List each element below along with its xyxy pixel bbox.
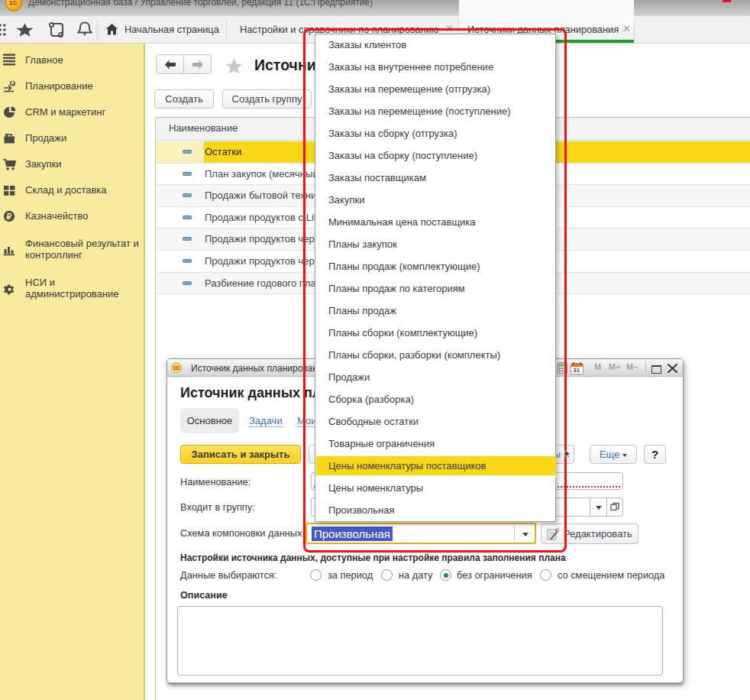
svg-text:31: 31 [574, 367, 580, 374]
svg-text:1С: 1С [173, 365, 180, 371]
svg-text:₽: ₽ [11, 80, 15, 86]
svg-text:₽: ₽ [7, 212, 12, 221]
